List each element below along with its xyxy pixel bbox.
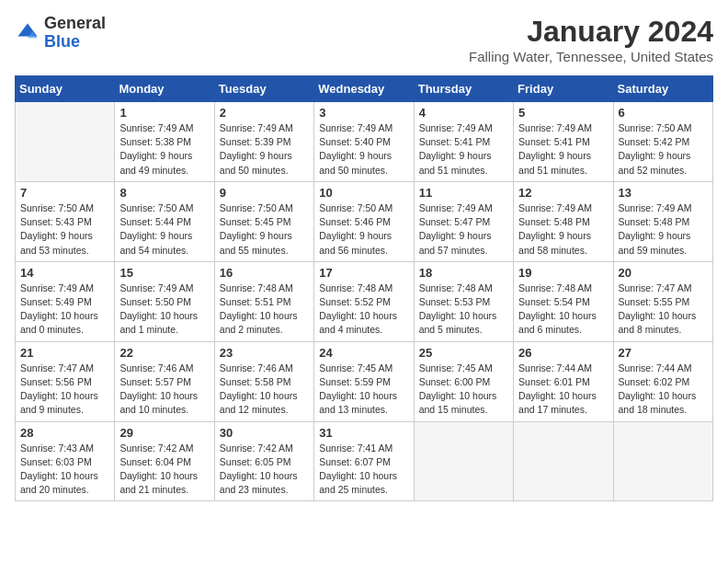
- day-info: Sunrise: 7:49 AM Sunset: 5:41 PM Dayligh…: [518, 121, 608, 178]
- calendar-cell: 3Sunrise: 7:49 AM Sunset: 5:40 PM Daylig…: [314, 102, 414, 182]
- day-info: Sunrise: 7:42 AM Sunset: 6:04 PM Dayligh…: [119, 442, 209, 498]
- week-row-3: 14Sunrise: 7:49 AM Sunset: 5:49 PM Dayli…: [16, 261, 713, 341]
- calendar-cell: 2Sunrise: 7:49 AM Sunset: 5:39 PM Daylig…: [214, 102, 313, 182]
- page-header: General Blue January 2024 Falling Water,…: [15, 15, 713, 64]
- day-info: Sunrise: 7:48 AM Sunset: 5:54 PM Dayligh…: [518, 282, 608, 338]
- day-number: 21: [20, 346, 109, 360]
- weekday-header-row: SundayMondayTuesdayWednesdayThursdayFrid…: [16, 76, 713, 102]
- calendar-cell: 6Sunrise: 7:50 AM Sunset: 5:42 PM Daylig…: [613, 102, 712, 182]
- calendar-cell: [414, 421, 513, 501]
- day-info: Sunrise: 7:50 AM Sunset: 5:46 PM Dayligh…: [319, 201, 408, 258]
- calendar-cell: 12Sunrise: 7:49 AM Sunset: 5:48 PM Dayli…: [514, 181, 613, 261]
- day-number: 7: [20, 186, 109, 200]
- day-info: Sunrise: 7:47 AM Sunset: 5:56 PM Dayligh…: [20, 362, 109, 418]
- day-number: 22: [119, 346, 209, 360]
- weekday-header-thursday: Thursday: [414, 76, 513, 102]
- day-info: Sunrise: 7:46 AM Sunset: 5:58 PM Dayligh…: [220, 362, 309, 418]
- weekday-header-sunday: Sunday: [16, 76, 115, 102]
- day-info: Sunrise: 7:50 AM Sunset: 5:45 PM Dayligh…: [220, 201, 309, 258]
- day-info: Sunrise: 7:49 AM Sunset: 5:39 PM Dayligh…: [220, 121, 309, 178]
- day-number: 3: [319, 106, 408, 120]
- day-number: 29: [119, 426, 209, 440]
- day-number: 1: [119, 106, 209, 120]
- calendar-cell: 17Sunrise: 7:48 AM Sunset: 5:52 PM Dayli…: [314, 261, 414, 341]
- calendar-cell: 5Sunrise: 7:49 AM Sunset: 5:41 PM Daylig…: [514, 102, 613, 182]
- logo-general: General: [44, 14, 106, 32]
- calendar-cell: 9Sunrise: 7:50 AM Sunset: 5:45 PM Daylig…: [214, 181, 313, 261]
- calendar-cell: 26Sunrise: 7:44 AM Sunset: 6:01 PM Dayli…: [514, 341, 613, 421]
- calendar-cell: 11Sunrise: 7:49 AM Sunset: 5:47 PM Dayli…: [414, 181, 513, 261]
- day-number: 16: [220, 266, 309, 280]
- calendar-cell: 19Sunrise: 7:48 AM Sunset: 5:54 PM Dayli…: [514, 261, 613, 341]
- day-number: 8: [119, 186, 209, 200]
- day-info: Sunrise: 7:44 AM Sunset: 6:01 PM Dayligh…: [518, 362, 608, 418]
- day-number: 25: [419, 346, 508, 360]
- weekday-header-monday: Monday: [115, 76, 214, 102]
- day-number: 2: [220, 106, 309, 120]
- day-info: Sunrise: 7:50 AM Sunset: 5:42 PM Dayligh…: [619, 121, 708, 178]
- logo: General Blue: [15, 15, 106, 52]
- calendar-cell: [613, 421, 712, 501]
- day-info: Sunrise: 7:49 AM Sunset: 5:48 PM Dayligh…: [619, 201, 708, 258]
- calendar-cell: 23Sunrise: 7:46 AM Sunset: 5:58 PM Dayli…: [214, 341, 313, 421]
- calendar-cell: 31Sunrise: 7:41 AM Sunset: 6:07 PM Dayli…: [314, 421, 414, 501]
- calendar-cell: 7Sunrise: 7:50 AM Sunset: 5:43 PM Daylig…: [16, 181, 115, 261]
- calendar-cell: 8Sunrise: 7:50 AM Sunset: 5:44 PM Daylig…: [115, 181, 214, 261]
- day-info: Sunrise: 7:47 AM Sunset: 5:55 PM Dayligh…: [619, 282, 708, 338]
- calendar-cell: [514, 421, 613, 501]
- day-info: Sunrise: 7:49 AM Sunset: 5:49 PM Dayligh…: [20, 282, 109, 338]
- day-number: 15: [119, 266, 209, 280]
- calendar-cell: 4Sunrise: 7:49 AM Sunset: 5:41 PM Daylig…: [414, 102, 513, 182]
- day-info: Sunrise: 7:48 AM Sunset: 5:52 PM Dayligh…: [319, 282, 408, 338]
- weekday-header-saturday: Saturday: [613, 76, 712, 102]
- calendar-cell: 27Sunrise: 7:44 AM Sunset: 6:02 PM Dayli…: [613, 341, 712, 421]
- logo-text: General Blue: [44, 15, 106, 52]
- day-number: 10: [319, 186, 408, 200]
- day-info: Sunrise: 7:48 AM Sunset: 5:53 PM Dayligh…: [419, 282, 508, 338]
- calendar-cell: 24Sunrise: 7:45 AM Sunset: 5:59 PM Dayli…: [314, 341, 414, 421]
- day-info: Sunrise: 7:43 AM Sunset: 6:03 PM Dayligh…: [20, 442, 109, 498]
- day-info: Sunrise: 7:45 AM Sunset: 6:00 PM Dayligh…: [419, 362, 508, 418]
- calendar-cell: 1Sunrise: 7:49 AM Sunset: 5:38 PM Daylig…: [115, 102, 214, 182]
- day-number: 17: [319, 266, 408, 280]
- day-number: 23: [220, 346, 309, 360]
- day-number: 27: [619, 346, 708, 360]
- month-title: January 2024: [469, 15, 713, 49]
- weekday-header-friday: Friday: [514, 76, 613, 102]
- location: Falling Water, Tennessee, United States: [469, 49, 713, 64]
- calendar-cell: 18Sunrise: 7:48 AM Sunset: 5:53 PM Dayli…: [414, 261, 513, 341]
- weekday-header-wednesday: Wednesday: [314, 76, 414, 102]
- day-info: Sunrise: 7:49 AM Sunset: 5:40 PM Dayligh…: [319, 121, 408, 178]
- day-number: 14: [20, 266, 109, 280]
- day-number: 31: [319, 426, 408, 440]
- day-number: 5: [518, 106, 608, 120]
- title-block: January 2024 Falling Water, Tennessee, U…: [469, 15, 713, 64]
- day-number: 4: [419, 106, 508, 120]
- calendar-cell: [16, 102, 115, 182]
- day-info: Sunrise: 7:49 AM Sunset: 5:47 PM Dayligh…: [419, 201, 508, 258]
- calendar-cell: 30Sunrise: 7:42 AM Sunset: 6:05 PM Dayli…: [214, 421, 313, 501]
- day-info: Sunrise: 7:42 AM Sunset: 6:05 PM Dayligh…: [220, 442, 309, 498]
- day-number: 12: [518, 186, 608, 200]
- calendar-cell: 16Sunrise: 7:48 AM Sunset: 5:51 PM Dayli…: [214, 261, 313, 341]
- day-number: 11: [419, 186, 508, 200]
- day-info: Sunrise: 7:50 AM Sunset: 5:44 PM Dayligh…: [119, 201, 209, 258]
- calendar-cell: 15Sunrise: 7:49 AM Sunset: 5:50 PM Dayli…: [115, 261, 214, 341]
- day-info: Sunrise: 7:49 AM Sunset: 5:48 PM Dayligh…: [518, 201, 608, 258]
- calendar-cell: 29Sunrise: 7:42 AM Sunset: 6:04 PM Dayli…: [115, 421, 214, 501]
- week-row-1: 1Sunrise: 7:49 AM Sunset: 5:38 PM Daylig…: [16, 102, 713, 182]
- day-info: Sunrise: 7:46 AM Sunset: 5:57 PM Dayligh…: [119, 362, 209, 418]
- day-number: 26: [518, 346, 608, 360]
- calendar-cell: 10Sunrise: 7:50 AM Sunset: 5:46 PM Dayli…: [314, 181, 414, 261]
- day-number: 24: [319, 346, 408, 360]
- day-info: Sunrise: 7:44 AM Sunset: 6:02 PM Dayligh…: [619, 362, 708, 418]
- calendar-cell: 21Sunrise: 7:47 AM Sunset: 5:56 PM Dayli…: [16, 341, 115, 421]
- week-row-2: 7Sunrise: 7:50 AM Sunset: 5:43 PM Daylig…: [16, 181, 713, 261]
- calendar-cell: 20Sunrise: 7:47 AM Sunset: 5:55 PM Dayli…: [613, 261, 712, 341]
- day-number: 19: [518, 266, 608, 280]
- day-number: 28: [20, 426, 109, 440]
- day-number: 18: [419, 266, 508, 280]
- logo-blue: Blue: [44, 32, 80, 51]
- calendar-table: SundayMondayTuesdayWednesdayThursdayFrid…: [15, 75, 713, 501]
- day-number: 20: [619, 266, 708, 280]
